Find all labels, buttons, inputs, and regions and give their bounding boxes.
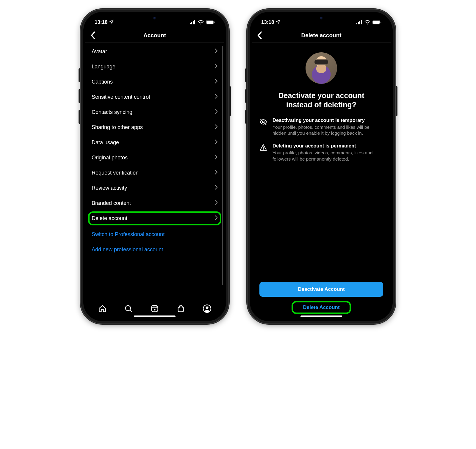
profile-avatar bbox=[306, 52, 337, 84]
settings-list[interactable]: Avatar Language Captions Sensitive conte… bbox=[85, 43, 224, 258]
svg-rect-0 bbox=[190, 23, 191, 24]
button-label: Delete Account bbox=[303, 304, 339, 310]
info-delete: Deleting your account is permanent Your … bbox=[259, 143, 383, 162]
chevron-right-icon bbox=[214, 154, 218, 161]
info-deactivate: Deactivating your account is temporary Y… bbox=[259, 117, 383, 137]
nav-header: Account bbox=[85, 28, 224, 43]
heading-line2: instead of deleting? bbox=[286, 101, 356, 109]
tab-shop[interactable] bbox=[177, 304, 185, 314]
svg-line-8 bbox=[130, 310, 132, 312]
list-item-original-photos[interactable]: Original photos bbox=[85, 150, 224, 165]
chevron-right-icon bbox=[214, 200, 218, 207]
back-button[interactable] bbox=[257, 32, 262, 39]
deactivate-heading: Deactivate your account instead of delet… bbox=[259, 91, 383, 110]
deactivate-account-button[interactable]: Deactivate Account bbox=[259, 282, 383, 297]
tab-reels[interactable] bbox=[151, 304, 159, 314]
list-item-request-verification[interactable]: Request verification bbox=[85, 165, 224, 180]
svg-rect-3 bbox=[194, 20, 195, 24]
settings-list-container: Avatar Language Captions Sensitive conte… bbox=[85, 43, 224, 300]
list-item-label: Language bbox=[92, 64, 115, 70]
list-item-label: Add new professional account bbox=[92, 247, 163, 253]
back-button[interactable] bbox=[90, 32, 96, 39]
svg-rect-19 bbox=[381, 22, 381, 23]
info-title: Deactivating your account is temporary bbox=[273, 117, 383, 123]
svg-rect-13 bbox=[356, 23, 357, 24]
list-item-label: Review activity bbox=[92, 185, 127, 191]
delete-account-button[interactable]: Delete Account bbox=[259, 301, 383, 314]
list-item-label: Switch to Professional account bbox=[92, 231, 165, 238]
info-title: Deleting your account is permanent bbox=[273, 143, 383, 149]
chevron-right-icon bbox=[214, 185, 218, 191]
svg-rect-6 bbox=[214, 22, 215, 23]
list-item-sharing-other-apps[interactable]: Sharing to other apps bbox=[85, 120, 224, 135]
cell-signal-icon bbox=[190, 20, 196, 24]
svg-rect-2 bbox=[193, 21, 194, 24]
list-item-contacts-syncing[interactable]: Contacts syncing bbox=[85, 105, 224, 120]
svg-point-23 bbox=[263, 149, 264, 150]
delete-account-body: Deactivate your account instead of delet… bbox=[252, 43, 391, 319]
screen-left: 13:18 bbox=[85, 14, 224, 319]
tab-profile[interactable] bbox=[203, 304, 211, 314]
svg-rect-15 bbox=[359, 21, 360, 24]
list-item-label: Delete account bbox=[92, 215, 127, 222]
list-item-data-usage[interactable]: Data usage bbox=[85, 135, 224, 150]
svg-rect-10 bbox=[178, 307, 184, 312]
status-time: 13:18 bbox=[261, 19, 274, 25]
svg-rect-16 bbox=[361, 20, 362, 24]
list-item-label: Sharing to other apps bbox=[92, 124, 143, 131]
wifi-icon bbox=[198, 20, 204, 25]
svg-rect-1 bbox=[191, 22, 192, 24]
info-body: Your profile, photos, videos, comments, … bbox=[273, 150, 383, 162]
chevron-right-icon bbox=[214, 215, 218, 222]
link-switch-professional[interactable]: Switch to Professional account bbox=[85, 226, 224, 241]
chevron-right-icon bbox=[214, 139, 218, 146]
warning-icon bbox=[259, 143, 268, 162]
notch bbox=[295, 14, 348, 23]
list-item-delete-account[interactable]: Delete account bbox=[85, 211, 224, 226]
list-item-branded-content[interactable]: Branded content bbox=[85, 196, 224, 211]
location-icon bbox=[276, 19, 281, 26]
chevron-right-icon bbox=[214, 124, 218, 131]
chevron-right-icon bbox=[214, 109, 218, 116]
status-time: 13:18 bbox=[95, 19, 107, 25]
location-icon bbox=[109, 19, 114, 26]
list-item-label: Branded content bbox=[92, 200, 131, 206]
list-item-sensitive-content[interactable]: Sensitive content control bbox=[85, 90, 224, 105]
tab-home[interactable] bbox=[98, 304, 107, 314]
list-item-label: Data usage bbox=[92, 139, 119, 146]
page-title: Account bbox=[143, 32, 166, 39]
tab-search[interactable] bbox=[124, 304, 133, 314]
chevron-right-icon bbox=[214, 169, 218, 176]
phone-frame-left: 13:18 bbox=[80, 9, 229, 324]
wifi-icon bbox=[364, 20, 370, 25]
cell-signal-icon bbox=[356, 20, 362, 24]
home-indicator[interactable] bbox=[300, 315, 342, 317]
list-item-captions[interactable]: Captions bbox=[85, 74, 224, 90]
link-add-professional[interactable]: Add new professional account bbox=[85, 241, 224, 256]
list-item-review-activity[interactable]: Review activity bbox=[85, 180, 224, 196]
svg-rect-9 bbox=[152, 306, 158, 312]
list-item-label: Contacts syncing bbox=[92, 109, 132, 115]
battery-icon bbox=[206, 20, 215, 24]
scroll-indicator[interactable] bbox=[222, 46, 223, 285]
svg-rect-14 bbox=[358, 22, 359, 24]
svg-rect-18 bbox=[373, 21, 380, 24]
battery-icon bbox=[372, 20, 381, 24]
svg-point-12 bbox=[206, 307, 208, 309]
list-item-label: Request verification bbox=[92, 170, 139, 176]
page-title: Delete account bbox=[301, 32, 341, 39]
chevron-right-icon bbox=[214, 63, 218, 70]
heading-line1: Deactivate your account bbox=[278, 91, 364, 100]
list-item-label: Sensitive content control bbox=[92, 94, 150, 100]
home-indicator[interactable] bbox=[134, 315, 176, 317]
button-label: Deactivate Account bbox=[298, 286, 345, 292]
list-item-avatar[interactable]: Avatar bbox=[85, 44, 224, 59]
notch bbox=[128, 14, 181, 23]
chevron-right-icon bbox=[214, 48, 218, 55]
list-item-label: Avatar bbox=[92, 48, 107, 55]
svg-rect-5 bbox=[206, 21, 213, 24]
chevron-right-icon bbox=[214, 79, 218, 85]
phone-frame-right: 13:18 bbox=[247, 9, 396, 324]
chevron-right-icon bbox=[214, 94, 218, 101]
list-item-language[interactable]: Language bbox=[85, 59, 224, 74]
